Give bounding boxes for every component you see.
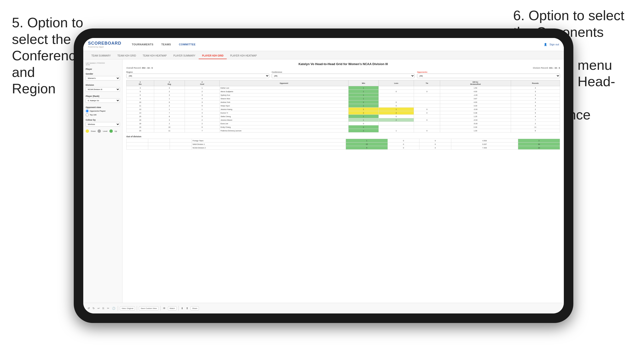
sign-out-link[interactable]: Sign out <box>550 43 559 46</box>
crop-icon[interactable]: ✂ <box>106 306 110 310</box>
sidebar-division-label: Division <box>86 84 120 86</box>
watch-btn[interactable]: Watch <box>168 306 176 310</box>
filter-opponent-group: Opponents: (All) <box>417 71 560 78</box>
colour-by-select[interactable]: Win/loss <box>86 122 120 127</box>
col-diff: Diff AvStrokes/Rnd <box>440 80 511 86</box>
sub-nav-player-summary[interactable]: PLAYER SUMMARY <box>170 53 199 59</box>
sidebar-colour-by-label: Colour by <box>86 119 120 121</box>
logo-subtitle: Powered by clippd <box>88 46 121 48</box>
col-loss: Loss <box>378 80 414 86</box>
col-rounds: Rounds <box>511 80 560 86</box>
table-row: 633Sydney Kuo1-1.003 <box>126 93 560 97</box>
sub-nav: TEAM SUMMARY TEAM H2H GRID TEAM H2H HEAT… <box>83 51 564 59</box>
app-header: SCOREBOARD Powered by clippd TOURNAMENTS… <box>83 38 564 51</box>
col-conf: #Conf <box>185 80 220 86</box>
nav-menu: TOURNAMENTS TEAMS COMMITTEE <box>128 41 544 47</box>
col-opponent: Opponent <box>219 80 348 86</box>
sub-nav-player-h2h-heatmap[interactable]: PLAYER H2H HEATMAP <box>227 53 260 59</box>
filter-region-select[interactable]: (All) <box>126 74 269 78</box>
table-row: 1585Stella Cheng101.254 <box>126 115 560 118</box>
table-row: 1632Jessica Mason120-0.947 <box>126 118 560 122</box>
gender-select[interactable]: Women's <box>86 76 120 80</box>
out-of-division-table: Foreign Team1004.5002NAIA Division 11500… <box>126 139 560 150</box>
ood-table-row: NCAA Division 25007.40010 <box>126 146 560 150</box>
header-right: 👤 Sign out <box>544 43 559 46</box>
sidebar: Last Updated: 27/03/2024 16:44 Player Ge… <box>83 59 122 303</box>
legend-dot-up <box>110 129 113 133</box>
last-updated: Last Updated: 27/03/2024 16:44 <box>86 62 120 66</box>
main-content: Last Updated: 27/03/2024 16:44 Player Ge… <box>83 59 564 303</box>
data-area: Katelyn Vo Head-to-Head Grid for Women's… <box>122 59 564 303</box>
division-select[interactable]: NCAA Division III <box>86 87 120 92</box>
undo2-icon[interactable]: ↩ <box>97 306 100 310</box>
nav-committee[interactable]: COMMITTEE <box>176 41 199 47</box>
table-row: 1063Andrea York204.004 <box>126 100 560 104</box>
share-btn[interactable]: Share <box>190 306 199 310</box>
filter-conference-group: Conference (All) <box>272 71 415 78</box>
clock-icon[interactable]: 🕐 <box>112 306 116 310</box>
save-custom-btn[interactable]: Save Custom View <box>139 306 158 310</box>
table-row: 331Esther Lee11.504 <box>126 86 560 90</box>
filter-conference-select[interactable]: (All) <box>272 74 415 78</box>
radio-opponents-played[interactable]: Opponents Played <box>86 110 120 113</box>
radio-top100[interactable]: Top 100 <box>86 113 120 116</box>
toolbar-separator-2 <box>137 306 137 311</box>
col-win: Win <box>348 80 378 86</box>
undo-icon[interactable]: ↺ <box>87 306 90 310</box>
share-icon-symbol[interactable]: ⬆ <box>186 306 189 310</box>
sub-nav-player-h2h-grid[interactable]: PLAYER H2H GRID <box>199 53 227 59</box>
legend-dot-level <box>98 129 101 133</box>
table-row: 522Alexis Sudjianto1004.003 <box>126 90 560 93</box>
h2h-data-table: #Div #Reg #Conf Opponent Win Loss Tie Di… <box>126 80 560 133</box>
nav-tournaments[interactable]: TOURNAMENTS <box>128 41 157 47</box>
opponent-view-radio-group: Opponents Played Top 100 <box>86 110 120 116</box>
filter-row: Region (All) Conference (All) Opponents: <box>126 71 560 78</box>
scoreboard-logo: SCOREBOARD Powered by clippd <box>88 41 121 48</box>
sidebar-player-label: Player <box>86 68 120 70</box>
copy-icon[interactable]: ⎘ <box>102 306 105 310</box>
sidebar-gender-label: Gender <box>86 73 120 75</box>
division-record: Division Record: 331 - 34 - 6 <box>533 67 560 69</box>
eye-icon: 👁 <box>162 306 166 310</box>
sidebar-player-rank-label: Player (Rank) <box>86 95 120 97</box>
user-icon: 👤 <box>544 43 547 46</box>
col-tie: Tie <box>414 80 440 86</box>
table-row: 1822Euna Lee0-5.002 <box>126 122 560 125</box>
table-row: 1125Heejo Hyun103.333 <box>126 104 560 108</box>
toolbar-separator-3 <box>160 306 160 311</box>
toolbar-separator-4 <box>178 306 179 311</box>
tablet-screen: SCOREBOARD Powered by clippd TOURNAMENTS… <box>83 38 564 314</box>
col-div: #Div <box>126 80 154 86</box>
nav-teams[interactable]: TEAMS <box>158 41 174 47</box>
view-original-btn[interactable]: View: Original <box>120 306 135 310</box>
table-row: 1474Eunice Yi2200.389 <box>126 111 560 115</box>
filter-opponent-label: Opponents: <box>417 71 560 73</box>
sub-nav-team-h2h-grid[interactable]: TEAM H2H GRID <box>114 53 140 59</box>
legend-dot-down <box>86 129 89 133</box>
tablet-frame: SCOREBOARD Powered by clippd TOURNAMENTS… <box>74 28 573 323</box>
toolbar-separator-1 <box>118 306 118 311</box>
filter-region-group: Region (All) <box>126 71 269 78</box>
records-row: Overall Record: 353 - 34 - 6 Division Re… <box>126 67 560 69</box>
sidebar-opponent-view-label: Opponent view <box>86 106 120 109</box>
redo-icon[interactable]: ↻ <box>92 306 95 310</box>
bottom-toolbar: ↺ ↻ ↩ ⎘ ✂ 🕐 View: Original Save Custom V… <box>83 303 564 314</box>
filter-conference-label: Conference <box>272 71 415 73</box>
page-title: Katelyn Vo Head-to-Head Grid for Women's… <box>126 62 560 66</box>
sub-nav-team-summary[interactable]: TEAM SUMMARY <box>88 53 114 59</box>
logo-title: SCOREBOARD <box>88 41 121 46</box>
download-icon[interactable]: ⬇ <box>180 306 184 310</box>
table-row: 19106Emily Chang40.3011 <box>126 125 560 129</box>
overall-record: Overall Record: 353 - 34 - 6 <box>126 67 153 69</box>
player-rank-select[interactable]: 6. Katelyn Vo <box>86 98 120 103</box>
color-legend: Down Level Up <box>86 129 120 133</box>
ood-table-row: Foreign Team1004.5002 <box>126 139 560 143</box>
sub-nav-team-h2h-heatmap[interactable]: TEAM H2H HEATMAP <box>140 53 170 59</box>
filter-opponent-select[interactable]: (All) <box>417 74 560 78</box>
col-reg: #Reg <box>154 80 185 86</box>
out-of-division-label: Out of division <box>126 135 560 138</box>
table-row: 20117Federica Domecq Lacroze2101.336 <box>126 129 560 133</box>
filter-region-label: Region <box>126 71 269 73</box>
table-row: 914Sharon Mun13.673 <box>126 97 560 100</box>
ood-table-row: NAIA Division 115009.26730 <box>126 143 560 146</box>
